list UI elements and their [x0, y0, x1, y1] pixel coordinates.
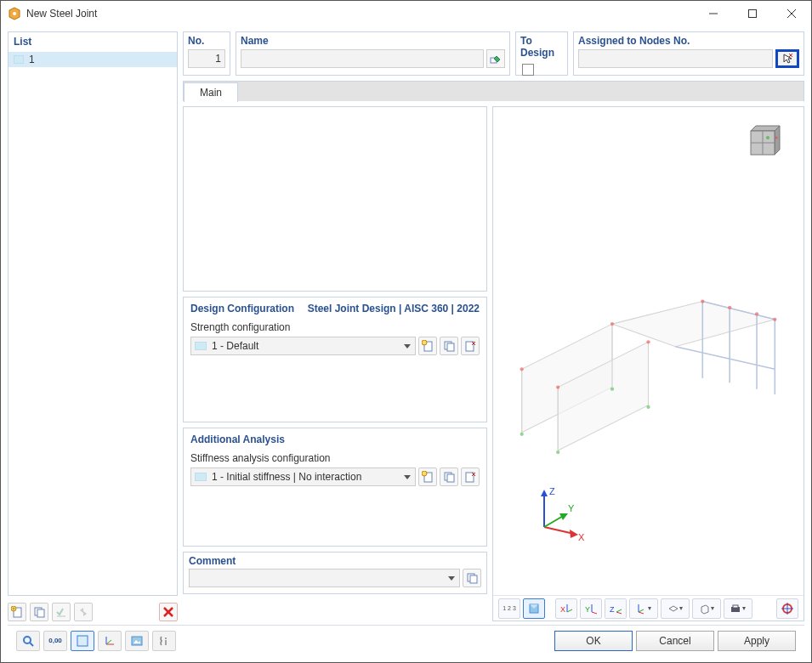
comment-extra-button[interactable] [463, 569, 481, 587]
svg-point-104 [24, 637, 31, 643]
arrows-button[interactable] [74, 603, 93, 621]
edit-config-button[interactable] [461, 337, 480, 355]
window-controls [694, 1, 811, 26]
stiffness-config-label: Stiffness analysis configuration [190, 450, 480, 468]
to-design-checkbox[interactable] [522, 64, 534, 76]
copy-item-button[interactable] [30, 603, 48, 621]
svg-line-91 [639, 612, 644, 614]
combo-swatch-icon [195, 342, 207, 350]
apply-button[interactable]: Apply [718, 631, 796, 651]
list-item-swatch-icon [14, 55, 24, 64]
view-axis-x-button[interactable]: X [555, 598, 577, 619]
svg-text:Y: Y [568, 503, 575, 513]
decimal-button[interactable]: 0,00 [43, 631, 67, 651]
svg-point-112 [165, 638, 167, 639]
svg-marker-95 [679, 607, 683, 610]
svg-rect-106 [77, 636, 88, 646]
tab-main[interactable]: Main [184, 82, 238, 102]
dialog-footer: 0,00 OK Cancel Apply [8, 625, 804, 655]
cancel-button[interactable]: Cancel [636, 631, 714, 651]
print-icon [729, 603, 747, 615]
no-label: No. [188, 35, 225, 47]
svg-point-63 [728, 306, 731, 309]
list-item[interactable]: 1 [9, 52, 177, 67]
copy-stiffness-button[interactable] [440, 468, 458, 486]
right-column: No. 1 Name To Design [183, 31, 804, 621]
tab-strip: Main [183, 81, 804, 101]
svg-text:X: X [578, 532, 585, 542]
svg-point-1 [13, 12, 16, 15]
svg-line-57 [675, 347, 775, 370]
left-column: List 1 [8, 31, 178, 621]
view-print-menu-button[interactable] [724, 598, 752, 619]
strength-config-label: Strength configuration [190, 320, 480, 337]
new-config-button[interactable] [418, 337, 437, 355]
comment-panel: Comment [183, 552, 487, 594]
view-display-menu-button[interactable] [661, 598, 690, 619]
svg-line-86 [592, 612, 597, 614]
pick-nodes-button[interactable] [775, 49, 799, 68]
svg-marker-74 [570, 530, 578, 538]
list-panel-header: List [9, 32, 177, 52]
view-axis-z-button[interactable]: Z [605, 598, 627, 619]
new-stiffness-button[interactable] [418, 468, 437, 486]
svg-rect-11 [37, 609, 44, 617]
view-iso-button[interactable] [629, 598, 658, 619]
list-body: 1 [9, 52, 177, 595]
svg-point-60 [556, 385, 559, 388]
top-field-row: No. 1 Name To Design [183, 31, 804, 76]
image-button[interactable] [125, 631, 149, 651]
window-icon [77, 635, 88, 647]
script-button[interactable] [152, 631, 176, 651]
name-input[interactable] [241, 49, 484, 68]
strength-config-combo[interactable]: 1 - Default [190, 337, 416, 355]
view-numbering-button[interactable]: 1 2 3 [498, 598, 520, 619]
form-column: Design Configuration Steel Joint Design … [183, 106, 487, 621]
view-wireframe-menu-button[interactable] [692, 598, 721, 619]
layers-icon [666, 603, 684, 615]
svg-point-64 [755, 312, 758, 315]
comment-combo[interactable] [189, 569, 460, 587]
cursor-icon [781, 53, 793, 65]
svg-rect-31 [447, 474, 454, 482]
axis-z-icon: Z [609, 603, 622, 615]
view-canvas[interactable]: Z X Y [493, 107, 803, 595]
close-button[interactable] [772, 1, 811, 26]
dialog-window: New Steel Joint List 1 [0, 0, 812, 663]
edit-stiffness-button[interactable] [461, 468, 480, 486]
no-input[interactable]: 1 [188, 49, 225, 68]
name-panel: Name [236, 31, 510, 76]
axes-icon [104, 635, 116, 647]
copy-config-button[interactable] [440, 337, 458, 355]
assigned-input[interactable] [578, 49, 773, 68]
assigned-label: Assigned to Nodes No. [578, 35, 799, 47]
svg-marker-94 [669, 606, 678, 611]
svg-line-83 [567, 609, 572, 612]
delete-item-button[interactable] [159, 603, 178, 621]
view-axis-y-button[interactable]: Y [580, 598, 602, 619]
svg-text:Z: Z [549, 486, 555, 496]
svg-point-66 [520, 433, 524, 436]
svg-point-58 [520, 367, 524, 371]
comment-label: Comment [189, 555, 481, 567]
minimize-button[interactable] [694, 1, 733, 26]
view-shading-button[interactable] [523, 598, 545, 619]
window-title: New Steel Joint [26, 8, 694, 20]
checklist-icon [55, 606, 67, 618]
transform-button[interactable] [98, 631, 122, 651]
view-reset-button[interactable] [776, 598, 798, 619]
svg-text:Z: Z [610, 605, 615, 614]
new-doc-icon [11, 606, 23, 618]
svg-marker-96 [701, 605, 708, 614]
ok-button[interactable]: OK [554, 631, 633, 651]
stiffness-config-combo[interactable]: 1 - Initial stiffness | No interaction [190, 468, 416, 486]
help-button[interactable] [16, 631, 40, 651]
svg-point-65 [773, 318, 776, 321]
edit-name-button[interactable] [486, 49, 505, 68]
decimal-icon: 0,00 [48, 637, 62, 644]
maximize-button[interactable] [733, 1, 772, 26]
view-mode-button[interactable] [71, 631, 94, 651]
strength-config-value: 1 - Default [212, 340, 258, 352]
check-button[interactable] [52, 603, 71, 621]
new-item-button[interactable] [8, 603, 26, 621]
